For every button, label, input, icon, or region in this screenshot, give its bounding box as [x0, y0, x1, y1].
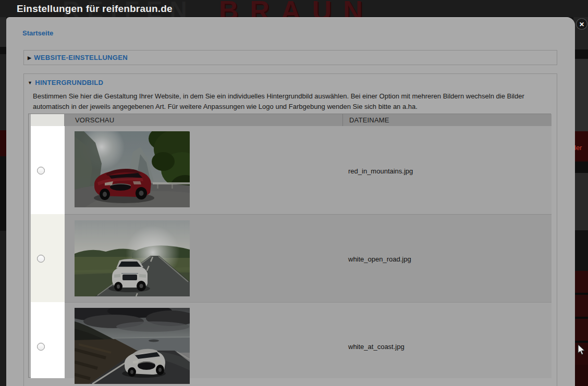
page-fragment [573, 173, 588, 230]
radio-button-row-2[interactable] [37, 255, 45, 263]
close-icon[interactable]: ✕ [576, 18, 587, 30]
mouse-cursor-icon [578, 344, 586, 356]
section-header-website-settings[interactable]: ▶WEBSITE-EINSTELLUNGEN [28, 54, 128, 61]
brand-background-text-braun: BRAUN [219, 0, 374, 17]
dimmed-page-left-edge [0, 17, 6, 386]
table-header-preview: VORSCHAU [65, 114, 342, 126]
accordion-section-website-settings[interactable]: ▶WEBSITE-EINSTELLUNGEN [23, 50, 557, 65]
page-fragment [0, 47, 6, 54]
page-menu-item-red [573, 319, 588, 341]
page-fragment [573, 59, 588, 131]
radio-button-row-1[interactable] [37, 167, 45, 175]
table-select-cell [31, 126, 65, 214]
preview-image-white-open-road [75, 220, 190, 296]
dimmed-page-right-edge: ler [573, 17, 588, 386]
preview-image-red-in-mountains [75, 131, 190, 207]
breadcrumb-startseite-link[interactable]: Startseite [22, 29, 53, 37]
page-fragment [0, 17, 6, 47]
settings-modal: Startseite ▶WEBSITE-EINSTELLUNGEN ▼HINTE… [6, 17, 575, 386]
radio-button-row-3[interactable] [37, 343, 45, 351]
accordion-section-background-image: ▼HINTERGRUNDBILD Bestimmen Sie hier die … [23, 73, 557, 386]
triangle-right-icon: ▶ [28, 55, 31, 60]
table-select-cell [31, 302, 65, 378]
section-label: WEBSITE-EINSTELLUNGEN [34, 54, 128, 61]
triangle-down-icon: ▼ [28, 80, 32, 85]
section-header-background-image[interactable]: ▼HINTERGRUNDBILD [28, 79, 103, 86]
page-fragment-red-band [0, 130, 6, 156]
section-label: HINTERGRUNDBILD [35, 79, 103, 86]
filename-cell: white_open_road.jpg [348, 255, 411, 263]
table-header-select-column [31, 114, 65, 126]
page-fragment [0, 54, 6, 130]
filename-cell: red_in_mountains.jpg [348, 167, 413, 175]
page-fragment [573, 161, 588, 173]
page-fragment [573, 230, 588, 271]
preview-image-white-at-coast [75, 308, 190, 384]
page-fragment [0, 156, 6, 231]
page-partial-link-text: ler [574, 144, 582, 152]
table-select-cell [31, 214, 65, 302]
background-image-table: VORSCHAU DATEINAME [28, 114, 551, 378]
page-menu-item-red [573, 271, 588, 293]
section-description: Bestimmen Sie hier die Gestaltung Ihrer … [33, 91, 549, 112]
page-fragment [0, 231, 6, 386]
page-menu-item-red [573, 295, 588, 317]
filename-cell: white_at_coast.jpg [348, 343, 405, 351]
table-header-filename: DATEINAME [342, 114, 552, 126]
page-menu-item-red [573, 365, 588, 386]
settings-window-title: Einstellungen für reifenbraun.de [17, 3, 173, 15]
page-fragment [573, 49, 588, 59]
